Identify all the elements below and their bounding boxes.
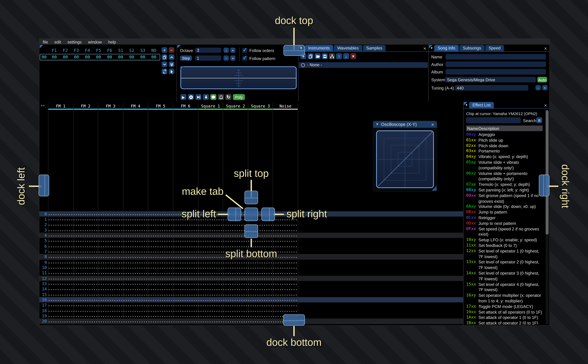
channel-name[interactable]: Noise bbox=[273, 103, 298, 109]
row-cells[interactable] bbox=[48, 265, 298, 270]
step-increment-button[interactable]: + bbox=[230, 55, 235, 61]
asset-tab[interactable]: Wavetables bbox=[334, 45, 362, 51]
row-cells[interactable] bbox=[48, 308, 298, 313]
dock-right-target[interactable] bbox=[539, 175, 549, 196]
order-move-up-button[interactable] bbox=[169, 54, 174, 60]
tab-list-arrow-icon[interactable]: ▼ bbox=[300, 47, 303, 50]
row-cells[interactable] bbox=[48, 324, 298, 325]
split-left-target[interactable] bbox=[228, 208, 241, 221]
channel-name[interactable]: FM 2 bbox=[73, 103, 98, 109]
row-cells[interactable] bbox=[48, 227, 298, 233]
row-cells[interactable] bbox=[48, 276, 298, 281]
repeat-pattern-button[interactable]: ↻ bbox=[225, 94, 231, 100]
row-cells[interactable] bbox=[48, 222, 298, 227]
pattern-row[interactable]: 10 bbox=[40, 265, 463, 270]
split-right-target[interactable] bbox=[261, 208, 275, 221]
close-icon[interactable]: × bbox=[544, 46, 547, 51]
effect-search-input[interactable] bbox=[466, 117, 521, 123]
metronome-button[interactable] bbox=[218, 94, 224, 100]
octave-input[interactable] bbox=[195, 48, 221, 53]
octave-decrement-button[interactable]: - bbox=[224, 48, 229, 53]
order-duplicate-button[interactable] bbox=[162, 54, 167, 60]
row-cells[interactable] bbox=[48, 281, 298, 286]
name-input[interactable] bbox=[446, 54, 546, 60]
author-input[interactable] bbox=[446, 61, 546, 67]
order-cell[interactable]: 00 bbox=[104, 55, 115, 60]
row-cells[interactable] bbox=[48, 292, 298, 297]
order-cell[interactable]: 00 bbox=[115, 55, 126, 60]
pattern-row[interactable]: 12 bbox=[40, 276, 463, 281]
channel-name[interactable]: Square 3 bbox=[248, 103, 273, 109]
row-cells[interactable] bbox=[48, 303, 298, 308]
collapse-arrow-icon[interactable]: ▼ bbox=[376, 123, 379, 126]
poly-button[interactable]: Poly bbox=[233, 94, 245, 100]
resize-grip[interactable] bbox=[432, 186, 437, 191]
pattern-row[interactable]: 17 bbox=[40, 303, 463, 308]
instrument-move-up-button[interactable]: ↑ bbox=[336, 53, 342, 59]
row-cells[interactable] bbox=[48, 297, 298, 302]
tuning-input[interactable] bbox=[455, 85, 528, 91]
menu-item[interactable]: window bbox=[88, 39, 102, 44]
pattern-row[interactable]: 18 bbox=[40, 308, 463, 313]
scrollbar-thumb[interactable] bbox=[546, 110, 549, 234]
channel-name[interactable]: FM 3 bbox=[98, 103, 123, 109]
instrument-save-button[interactable] bbox=[322, 53, 328, 59]
order-cell[interactable]: 00 bbox=[137, 55, 148, 60]
menu-item[interactable]: edit bbox=[54, 39, 61, 44]
row-cells[interactable] bbox=[48, 211, 298, 216]
system-input[interactable] bbox=[445, 77, 536, 82]
step-input[interactable] bbox=[195, 55, 221, 61]
row-cells[interactable] bbox=[48, 233, 298, 238]
oscilloscope-display[interactable] bbox=[180, 66, 297, 89]
octave-increment-button[interactable]: + bbox=[230, 48, 235, 53]
play-from-start-button[interactable] bbox=[188, 94, 194, 100]
tab-list-arrow-icon[interactable]: ▼ bbox=[465, 104, 468, 107]
instrument-folder-view-button[interactable] bbox=[329, 53, 335, 59]
effect-list-tab[interactable]: Effect List bbox=[469, 102, 494, 108]
album-input[interactable] bbox=[446, 69, 546, 74]
song-tab[interactable]: Song Info bbox=[434, 45, 459, 51]
song-tab[interactable]: Subsongs bbox=[459, 45, 485, 51]
order-duplicate-end-button[interactable] bbox=[169, 61, 174, 67]
close-icon[interactable]: × bbox=[423, 46, 426, 51]
channel-name[interactable]: FM 6 bbox=[173, 103, 198, 109]
split-bottom-target[interactable] bbox=[244, 224, 258, 238]
order-cell[interactable]: 00 bbox=[126, 55, 137, 60]
instrument-delete-button[interactable]: × bbox=[350, 53, 356, 59]
auto-system-button[interactable]: Auto bbox=[537, 77, 547, 82]
menu-item[interactable]: help bbox=[108, 39, 116, 44]
order-cell[interactable]: 00 bbox=[71, 55, 82, 60]
channel-name[interactable]: Square 2 bbox=[223, 103, 248, 109]
order-cell[interactable]: 00 bbox=[60, 55, 71, 60]
pattern-row[interactable]: 5 bbox=[40, 238, 463, 243]
instrument-open-button[interactable] bbox=[315, 53, 321, 59]
order-edit-mode-button[interactable] bbox=[169, 69, 174, 74]
description-column-header[interactable]: Description bbox=[479, 126, 499, 131]
asset-tab[interactable]: Samples bbox=[363, 45, 386, 51]
pattern-row[interactable]: 13 bbox=[40, 281, 463, 286]
follow-orders-checkbox[interactable]: ✓ bbox=[242, 48, 247, 53]
dock-bottom-target[interactable] bbox=[283, 314, 305, 325]
edit-record-button[interactable] bbox=[210, 94, 216, 100]
name-column-header[interactable]: Name bbox=[466, 126, 479, 131]
order-cell[interactable]: 00 bbox=[93, 55, 104, 60]
pattern-row[interactable]: 11 bbox=[40, 270, 463, 275]
order-deep-clone-button[interactable] bbox=[162, 69, 167, 74]
instrument-duplicate-button[interactable] bbox=[307, 53, 313, 59]
step-button[interactable]: Step bbox=[180, 55, 192, 61]
follow-pattern-checkbox[interactable]: ✓ bbox=[242, 56, 247, 61]
instrument-move-down-button[interactable]: ↓ bbox=[343, 53, 349, 59]
pattern-row[interactable]: 15 bbox=[40, 292, 463, 297]
row-cells[interactable] bbox=[48, 238, 298, 243]
pattern-row[interactable]: 19 bbox=[40, 313, 463, 319]
pattern-row[interactable]: 20 bbox=[40, 319, 463, 324]
channel-name[interactable]: FM 5 bbox=[148, 103, 173, 109]
order-cell[interactable]: 00 bbox=[49, 55, 60, 60]
effect-table-header[interactable]: Name Description bbox=[466, 125, 543, 131]
play-one-row-button[interactable] bbox=[195, 94, 201, 100]
row-cells[interactable] bbox=[48, 270, 298, 275]
row-cells[interactable] bbox=[48, 313, 298, 319]
order-row-selected[interactable]: 00 00000000000000000000 bbox=[40, 54, 160, 60]
row-cells[interactable] bbox=[48, 286, 298, 292]
tuning-increment-button[interactable]: + bbox=[542, 85, 547, 90]
